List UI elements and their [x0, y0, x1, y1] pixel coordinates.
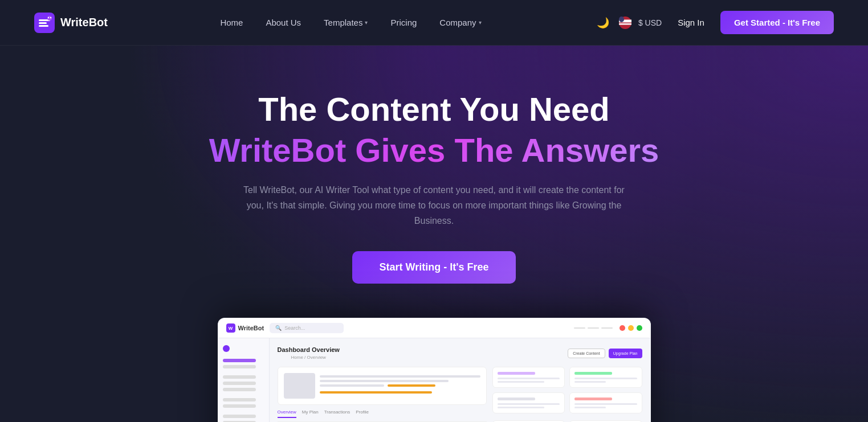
dash-create-content-btn[interactable]: Create Content: [568, 349, 605, 358]
dash-mini-card-1: [492, 367, 565, 388]
dash-logo-icon: W: [226, 323, 235, 333]
dash-right-panel: [492, 367, 642, 422]
dash-sidebar-group-2: [223, 375, 264, 391]
dash-mini-lines-2: [574, 378, 637, 383]
dash-mini-card-2: [569, 367, 642, 388]
dash-main: Dashboard Overview Home / Overview Creat…: [270, 338, 650, 422]
dash-text-lines: [320, 373, 481, 399]
dash-sidebar-group-3: [223, 398, 264, 408]
dash-accent-line: [388, 384, 436, 387]
dash-content-area: Overview My Plan Transactions Profile 🤖: [278, 367, 642, 422]
nav-home[interactable]: Home: [211, 13, 252, 32]
win-maximize-btn: [637, 325, 642, 331]
logo-text: WriteBot: [60, 16, 108, 29]
dashboard-body: Dashboard Overview Home / Overview Creat…: [218, 338, 650, 422]
dash-sidebar-item-1: [223, 359, 256, 362]
dash-action-btns: Create Content Upgrade Plan: [568, 349, 642, 358]
company-chevron-icon: ▾: [479, 19, 482, 26]
dash-mini-line-1: [498, 378, 560, 379]
dash-page-title: Dashboard Overview: [278, 346, 340, 353]
nav-company[interactable]: Company ▾: [430, 13, 490, 32]
dash-sidebar-item-6: [223, 398, 256, 401]
svg-point-4: [47, 16, 52, 21]
flag-icon: [619, 17, 631, 29]
start-writing-button[interactable]: Start Writing - It's Free: [352, 251, 516, 284]
dash-tabs: Overview My Plan Transactions Profile: [278, 409, 487, 422]
moon-icon: 🌙: [597, 17, 609, 29]
dash-mini-card-3: [492, 392, 565, 413]
win-close-btn: [620, 325, 625, 331]
main-nav: Home About Us Templates ▾ Pricing Compan…: [211, 13, 490, 32]
dash-mini-line-3: [574, 378, 637, 379]
dash-sidebar-item-2: [223, 365, 256, 368]
nav-pricing[interactable]: Pricing: [381, 13, 426, 32]
dash-search-icon: 🔍: [275, 325, 282, 331]
sign-in-button[interactable]: Sign In: [671, 13, 711, 32]
win-minimize-btn: [628, 325, 634, 331]
svg-rect-3: [39, 25, 48, 27]
dash-right-row-2: [492, 392, 642, 413]
dash-win-btns: [620, 325, 642, 331]
hero-title-purple: WriteBot Gives The Answers: [209, 132, 659, 169]
header-icons: 🌙 $ USD: [594, 14, 662, 32]
svg-rect-2: [39, 22, 47, 24]
dash-mini-header-1: [498, 372, 535, 375]
dash-text-line-3: [320, 384, 384, 387]
dash-mini-lines-1: [498, 378, 560, 383]
dash-logo: W WriteBot: [226, 323, 264, 333]
dash-mini-lines-4: [574, 403, 637, 408]
dash-title-block: Dashboard Overview Home / Overview: [278, 346, 340, 360]
dash-right-row-1: [492, 367, 642, 388]
header-right: 🌙 $ USD Sign In Get Started - It's Free: [594, 11, 834, 34]
dash-sidebar: [218, 338, 270, 422]
dashboard-topbar: W WriteBot 🔍 Search...: [218, 318, 650, 338]
dash-sidebar-group-1: [223, 359, 264, 368]
dash-text-line-2: [320, 380, 449, 382]
dash-main-card: [278, 367, 487, 405]
hero-subtitle: Tell WriteBot, our AI Writer Tool what t…: [241, 182, 628, 229]
dash-image-placeholder: [284, 373, 315, 399]
dash-line-3: [601, 327, 613, 329]
dash-sidebar-toggle: [223, 345, 230, 352]
dash-line-1: [574, 327, 585, 329]
dash-tab-overview[interactable]: Overview: [278, 409, 296, 418]
currency-label: $ USD: [638, 18, 662, 27]
header: WriteBot Home About Us Templates ▾ Prici…: [0, 0, 868, 46]
dash-window-controls: [574, 325, 642, 331]
dash-main-header: Dashboard Overview Home / Overview Creat…: [278, 346, 642, 360]
logo-area[interactable]: WriteBot: [34, 13, 108, 33]
dash-mini-line-8: [574, 407, 606, 408]
dash-sidebar-item-8: [223, 415, 256, 418]
dash-mini-line-5: [498, 403, 560, 405]
nav-templates[interactable]: Templates ▾: [315, 13, 377, 32]
get-started-button[interactable]: Get Started - It's Free: [720, 11, 834, 34]
dash-tab-myplan[interactable]: My Plan: [302, 409, 319, 418]
nav-about-us[interactable]: About Us: [256, 13, 310, 32]
dash-progress-bar: [320, 391, 433, 394]
language-selector[interactable]: [619, 17, 631, 29]
dash-line-2: [588, 327, 599, 329]
dash-upgrade-btn[interactable]: Upgrade Plan: [609, 349, 642, 358]
dark-mode-toggle[interactable]: 🌙: [594, 14, 612, 32]
dash-mini-card-4: [569, 392, 642, 413]
hero-section: The Content You Need WriteBot Gives The …: [0, 46, 868, 422]
dashboard-preview: W WriteBot 🔍 Search...: [218, 318, 651, 422]
dash-tab-profile[interactable]: Profile: [356, 409, 369, 418]
svg-point-6: [50, 17, 51, 18]
dash-sidebar-group-4: [223, 415, 264, 422]
dash-sidebar-item-3: [223, 375, 256, 379]
dash-text-line-1: [320, 375, 481, 378]
dash-sidebar-item-4: [223, 382, 256, 385]
dash-mini-header-2: [574, 372, 612, 375]
dash-left-panel: Overview My Plan Transactions Profile 🤖: [278, 367, 487, 422]
dash-search-bar[interactable]: 🔍 Search...: [270, 323, 344, 333]
writebot-logo-icon: [34, 13, 55, 33]
templates-chevron-icon: ▾: [365, 19, 368, 26]
dash-mini-line-7: [574, 403, 637, 405]
dash-mini-line-4: [574, 381, 606, 383]
dash-tab-transactions[interactable]: Transactions: [324, 409, 351, 418]
dash-mini-line-2: [498, 381, 544, 383]
dash-breadcrumb: Home / Overview: [278, 355, 340, 360]
dash-search-placeholder: Search...: [284, 325, 305, 331]
svg-rect-9: [619, 23, 631, 25]
